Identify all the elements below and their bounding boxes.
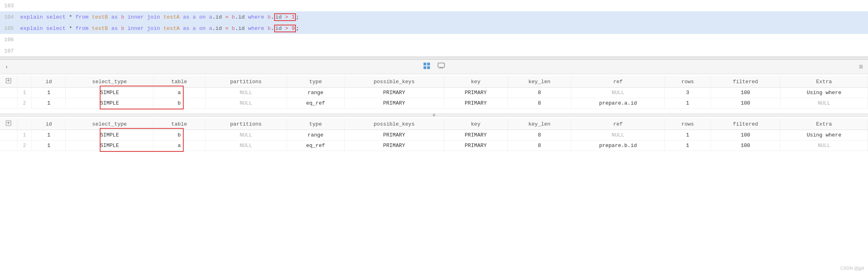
- line-number-103: 103: [0, 3, 20, 9]
- table-row: 2 1 SIMPLE b NULL eq_ref PRIMARY PRIMARY…: [0, 98, 868, 109]
- table2-col-partitions: partitions: [205, 118, 287, 130]
- table1-export-header: [0, 76, 17, 88]
- table2-row1-type: range: [287, 130, 344, 141]
- code-line-103: 103: [0, 0, 868, 11]
- table1-row2-ref: prepare.a.id: [571, 98, 665, 109]
- separator-dot: [433, 114, 435, 116]
- table2-col-select-type: select_type: [66, 118, 153, 130]
- table1-col-table: table: [153, 76, 205, 88]
- table1-row2-key: PRIMARY: [444, 98, 507, 109]
- collapse-chevron[interactable]: ›: [5, 64, 8, 70]
- result-section-1: id select_type table partitions type pos…: [0, 74, 868, 113]
- table2-row1-num: 1: [17, 130, 32, 141]
- table2-col-type: type: [287, 118, 344, 130]
- table2-col-rows: rows: [665, 118, 711, 130]
- table2-row1-select-type: SIMPLE: [66, 130, 153, 141]
- table1-row2-filtered: 100: [711, 98, 780, 109]
- table1-row1-possible-keys: PRIMARY: [344, 88, 444, 98]
- table1-row2-type: eq_ref: [287, 98, 344, 109]
- table2-row1-filtered: 100: [711, 130, 780, 141]
- table1-row2-export: [0, 98, 17, 109]
- table2-row2-id: 1: [32, 141, 66, 151]
- table-row: 1 1 SIMPLE b NULL range PRIMARY PRIMARY …: [0, 130, 868, 141]
- table2-row1-export: [0, 130, 17, 141]
- comment-icon[interactable]: [437, 62, 445, 72]
- result-table-2: id select_type table partitions type pos…: [0, 118, 868, 151]
- table1-row1-rows: 3: [665, 88, 711, 98]
- table1-row1-type: range: [287, 88, 344, 98]
- table2-col-filtered: filtered: [711, 118, 780, 130]
- table2-rownum-header: [17, 118, 32, 130]
- table1-row1-extra: Using where: [780, 88, 868, 98]
- table2-col-table: table: [153, 118, 205, 130]
- table2-row1-possible-keys: PRIMARY: [344, 130, 444, 141]
- table2-row1-rows: 1: [665, 130, 711, 141]
- table-separator: [0, 113, 868, 117]
- table2-row1-partitions: NULL: [205, 130, 287, 141]
- table1-row1-select-type: SIMPLE: [66, 88, 153, 98]
- table1-col-extra: Extra: [780, 76, 868, 88]
- table1-rownum-header: [17, 76, 32, 88]
- table2-col-key-len: key_len: [507, 118, 571, 130]
- table2-export-header: [0, 118, 17, 130]
- menu-icon[interactable]: ≡: [859, 63, 863, 71]
- svg-rect-0: [424, 63, 426, 65]
- toolbar-row: › ≡: [0, 60, 868, 74]
- table2-row2-num: 2: [17, 141, 32, 151]
- result-table-1: id select_type table partitions type pos…: [0, 76, 868, 109]
- code-content-104: explain select * from testB as b inner j…: [20, 14, 868, 20]
- table2-row2-export: [0, 141, 17, 151]
- table2-row2-key: PRIMARY: [444, 141, 507, 151]
- table1-col-filtered: filtered: [711, 76, 780, 88]
- table1-row1-num: 1: [17, 88, 32, 98]
- line-number-107: 107: [0, 48, 20, 54]
- table2-row2-table: a: [153, 141, 205, 151]
- table1-row2-select-type: SIMPLE: [66, 98, 153, 109]
- table1-row1-export: [0, 88, 17, 98]
- table1-header-row: id select_type table partitions type pos…: [0, 76, 868, 88]
- table1-row1-filtered: 100: [711, 88, 780, 98]
- result-table-wrapper-2: id select_type table partitions type pos…: [0, 117, 868, 156]
- table2-col-extra: Extra: [780, 118, 868, 130]
- table1-col-type: type: [287, 76, 344, 88]
- table1-col-select-type: select_type: [66, 76, 153, 88]
- table2-col-possible-keys: possible_keys: [344, 118, 444, 130]
- code-line-104: 104 explain select * from testB as b inn…: [0, 11, 868, 23]
- table1-row2-rows: 1: [665, 98, 711, 109]
- table1-row2-num: 2: [17, 98, 32, 109]
- svg-rect-3: [427, 66, 430, 69]
- table1-col-rows: rows: [665, 76, 711, 88]
- table1-col-key: key: [444, 76, 507, 88]
- table1-row1-partitions: NULL: [205, 88, 287, 98]
- table2-col-id: id: [32, 118, 66, 130]
- editor-area: 103 104 explain select * from testB as b…: [0, 0, 868, 57]
- table2-row2-possible-keys: PRIMARY: [344, 141, 444, 151]
- line-number-106: 106: [0, 37, 20, 43]
- table2-row1-extra: Using where: [780, 130, 868, 141]
- table1-row1-key-len: 8: [507, 88, 571, 98]
- table2-row1-id: 1: [32, 130, 66, 141]
- table2-row2-type: eq_ref: [287, 141, 344, 151]
- table1-col-partitions: partitions: [205, 76, 287, 88]
- svg-rect-2: [424, 66, 426, 69]
- table1-col-possible-keys: possible_keys: [344, 76, 444, 88]
- table2-row2-select-type: SIMPLE: [66, 141, 153, 151]
- grid-view-icon[interactable]: [423, 62, 431, 72]
- table1-col-key-len: key_len: [507, 76, 571, 88]
- table1-row2-extra: NULL: [780, 98, 868, 109]
- svg-rect-4: [438, 63, 444, 67]
- table2-header-row: id select_type table partitions type pos…: [0, 118, 868, 130]
- table2-row1-key-len: 8: [507, 130, 571, 141]
- bottom-padding: [0, 156, 868, 168]
- table1-row2-possible-keys: PRIMARY: [344, 98, 444, 109]
- code-line-107: 107: [0, 45, 868, 57]
- table2-col-ref: ref: [571, 118, 665, 130]
- table1-row2-id: 1: [32, 98, 66, 109]
- line-number-104: 104: [0, 14, 20, 20]
- table2-row2-extra: NULL: [780, 141, 868, 151]
- code-line-105: 105 explain select * from testB as b inn…: [0, 23, 868, 34]
- table2-row2-rows: 1: [665, 141, 711, 151]
- table1-row2-table: b: [153, 98, 205, 109]
- table-row: 1 1 SIMPLE a NULL range PRIMARY PRIMARY …: [0, 88, 868, 98]
- editor-result-divider: [0, 57, 868, 60]
